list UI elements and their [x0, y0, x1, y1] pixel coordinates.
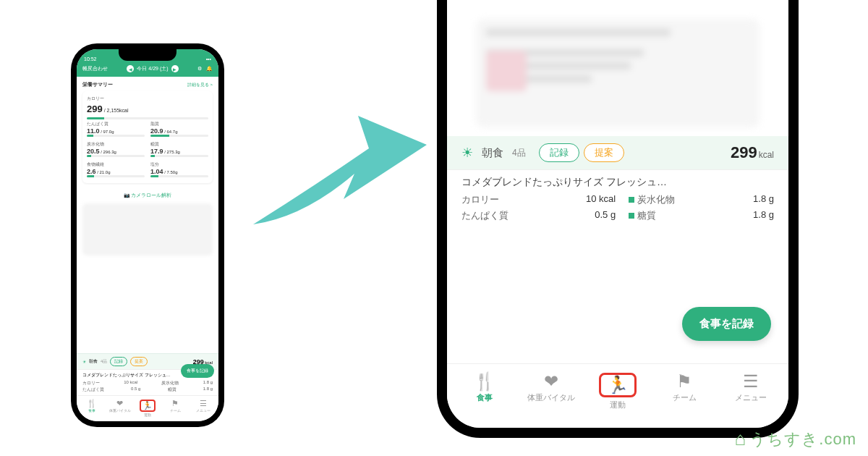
camera-roll-button-large[interactable]: 🖼 カメラロール解析: [461, 0, 774, 19]
tab-運動[interactable]: 🏃運動: [584, 373, 651, 410]
sunrise-icon: ☀: [82, 359, 86, 364]
summary-more-link[interactable]: 詳細を見る >: [187, 82, 213, 88]
header-left-button[interactable]: 帳尻合わせ: [82, 65, 108, 72]
app-header: 帳尻合わせ ◀ 今日 4/29 (土) ▶ ⚙ 🔔: [77, 62, 218, 77]
blurred-content: [82, 203, 213, 256]
next-day-button[interactable]: ▶: [171, 65, 179, 72]
meal-icon: 🍴: [87, 400, 97, 408]
sunrise-icon: ☀: [461, 145, 473, 161]
bottom-tabs-large: 🍴食事❤体重バイタル🏃運動⚑チーム☰メニュー: [447, 363, 788, 428]
phone-right: 2.6 / 21.0g 1.04 / 7.50g 🖼 カメラロール解析: [437, 0, 799, 438]
team-icon: ⚑: [171, 400, 179, 408]
tab-食事[interactable]: 🍴食事: [78, 400, 106, 417]
blurred-card: [476, 19, 760, 127]
tab-チーム[interactable]: ⚑チーム: [651, 373, 718, 410]
bottom-tabs: 🍴食事❤体重バイタル🏃運動⚑チーム☰メニュー: [77, 395, 218, 421]
menu-icon: ☰: [743, 373, 759, 390]
suggest-pill[interactable]: 提案: [584, 143, 624, 162]
suggest-pill[interactable]: 提案: [130, 357, 148, 366]
record-meal-fab[interactable]: 食事を記録: [181, 364, 214, 378]
bell-icon[interactable]: 🔔: [206, 66, 213, 72]
arrow-icon: [246, 94, 434, 246]
exercise-icon: 🏃: [599, 373, 637, 397]
phone-left: 10:52••• 帳尻合わせ ◀ 今日 4/29 (土) ▶ ⚙ 🔔 栄養サマリ…: [71, 43, 224, 427]
record-pill[interactable]: 記録: [110, 357, 127, 366]
tab-運動[interactable]: 🏃運動: [134, 400, 161, 417]
prev-day-button[interactable]: ◀: [127, 65, 134, 72]
house-icon: ⌂: [735, 428, 747, 450]
tab-チーム[interactable]: ⚑チーム: [161, 400, 189, 417]
date-label[interactable]: 今日 4/29 (土): [137, 65, 168, 72]
tab-メニュー[interactable]: ☰メニュー: [718, 373, 784, 410]
watermark: ⌂ うちすき.com: [735, 428, 856, 450]
nutrition-card: カロリー 299 / 2,155kcal たんぱく質11.0 / 97.0g脂質…: [82, 91, 213, 183]
settings-icon[interactable]: ⚙: [197, 66, 202, 72]
meal-icon: 🍴: [474, 373, 495, 390]
record-pill[interactable]: 記録: [539, 143, 579, 162]
summary-title: 栄養サマリー: [82, 81, 113, 88]
vitals-icon: ❤: [544, 373, 558, 390]
team-icon: ⚑: [676, 373, 692, 390]
tab-体重バイタル[interactable]: ❤体重バイタル: [518, 373, 584, 410]
tab-食事[interactable]: 🍴食事: [451, 373, 518, 410]
camera-roll-button[interactable]: 📷 カメラロール解析: [82, 187, 213, 203]
exercise-icon: 🏃: [140, 400, 156, 412]
tab-体重バイタル[interactable]: ❤体重バイタル: [106, 400, 133, 417]
meal-item[interactable]: コメダブレンドたっぷりサイズ フレッシュ… カロリー10 kcal炭水化物1.8…: [77, 369, 218, 395]
record-meal-fab-large[interactable]: 食事を記録: [682, 307, 771, 341]
tab-メニュー[interactable]: ☰メニュー: [190, 400, 217, 417]
vitals-icon: ❤: [116, 400, 123, 408]
menu-icon: ☰: [200, 400, 207, 408]
meal-header-breakfast-large[interactable]: ☀ 朝食 4品 記録 提案 299kcal: [447, 136, 788, 169]
meal-item-large[interactable]: コメダブレンドたっぷりサイズ フレッシュ… カロリー10 kcal 炭水化物1.…: [447, 169, 788, 228]
